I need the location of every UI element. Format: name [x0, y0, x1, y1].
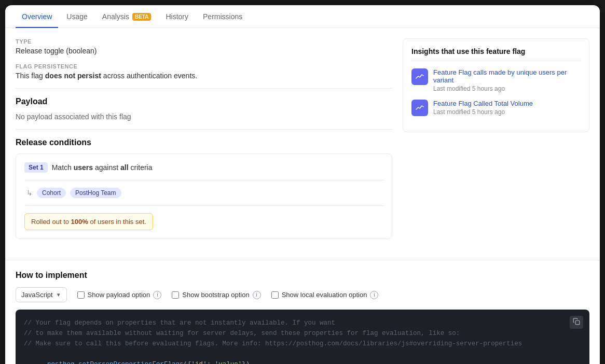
option-bootstrap-label: Show bootstrap option — [182, 291, 249, 299]
chevron-down-icon: ▼ — [56, 292, 61, 298]
right-panel: Insights that use this feature flag Feat… — [403, 38, 589, 249]
code-value: 'value' — [215, 361, 242, 364]
flag-persistence-text-before: This flag — [16, 72, 45, 80]
rollout-text-after: of users in this set. — [88, 218, 146, 226]
tag-cohort[interactable]: Cohort — [37, 188, 66, 198]
app-window: Overview Usage Analysis BETA History Per… — [5, 5, 600, 364]
svg-rect-0 — [575, 320, 580, 325]
criteria-text: Match users against all criteria — [52, 163, 153, 172]
tag-posthog-team[interactable]: PostHog Team — [70, 188, 121, 198]
option-bootstrap[interactable]: Show bootstrap option i — [172, 291, 260, 299]
set-badge: Set 1 — [24, 162, 48, 173]
criteria-bold2: all — [120, 163, 129, 172]
insight-link-1[interactable]: Feature Flag calls made by unique users … — [433, 68, 581, 84]
criteria-text-after: criteria — [129, 163, 153, 172]
copy-button[interactable] — [570, 316, 583, 329]
payload-checkbox[interactable] — [77, 291, 85, 299]
flag-persistence-label: FLAG PERSISTENCE — [16, 63, 392, 69]
code-method: setPersonPropertiesForFlags — [78, 361, 184, 364]
tab-analysis-label: Analysis — [102, 12, 129, 21]
implement-title: How to implement — [16, 271, 589, 280]
criteria-row: Set 1 Match users against all criteria — [24, 162, 383, 180]
option-local-eval[interactable]: Show local evaluation option i — [271, 291, 379, 299]
trend-icon-2 — [416, 104, 424, 112]
insight-meta-1: Last modified 5 hours ago — [433, 85, 581, 92]
tab-overview-label: Overview — [22, 12, 52, 21]
tab-permissions[interactable]: Permissions — [197, 5, 249, 28]
tab-usage[interactable]: Usage — [60, 5, 93, 28]
type-value: Release toggle (boolean) — [16, 47, 392, 55]
insight-info-1: Feature Flag calls made by unique users … — [433, 68, 581, 92]
type-label: TYPE — [16, 38, 392, 45]
tab-history-label: History — [166, 12, 188, 21]
criteria-text-before: Match — [52, 163, 74, 172]
code-key: id — [195, 361, 203, 364]
tab-analysis[interactable]: Analysis BETA — [96, 5, 158, 28]
flag-persistence-text-after: across authentication events. — [101, 72, 197, 80]
insight-icon-1 — [411, 68, 428, 85]
local-eval-checkbox[interactable] — [271, 291, 279, 299]
flag-persistence-value: This flag does not persist across authen… — [16, 72, 392, 80]
payload-title: Payload — [16, 97, 392, 106]
flag-persistence-bold: does not persist — [45, 72, 101, 80]
code-line-1: // Your flag depends on properties that … — [24, 318, 581, 328]
release-conditions-box: Set 1 Match users against all criteria ↳… — [16, 153, 392, 239]
left-panel: TYPE Release toggle (boolean) FLAG PERSI… — [16, 38, 392, 249]
bootstrap-checkbox[interactable] — [172, 291, 179, 299]
tab-history[interactable]: History — [159, 5, 195, 28]
criteria-text-mid: against — [93, 163, 120, 172]
option-local-eval-label: Show local evaluation option — [282, 291, 367, 299]
code-posthog: posthog — [47, 361, 75, 364]
indent-row: ↳ Cohort PostHog Team — [24, 188, 383, 206]
option-payload[interactable]: Show payload option i — [77, 291, 162, 299]
option-payload-label: Show payload option — [88, 291, 150, 299]
insight-link-2[interactable]: Feature Flag Called Total Volume — [433, 100, 533, 107]
insight-item-1: Feature Flag calls made by unique users … — [411, 68, 581, 92]
beta-badge: BETA — [132, 13, 151, 21]
indent-arrow-icon: ↳ — [26, 189, 33, 197]
code-line-2: // to make them available without waitin… — [24, 328, 581, 339]
insights-title: Insights that use this feature flag — [411, 47, 581, 61]
payload-description: No payload associated with this flag — [16, 113, 392, 121]
implement-options: JavaScript ▼ Show payload option i Show … — [16, 287, 589, 302]
insight-icon-2 — [411, 100, 428, 116]
trend-icon-1 — [416, 73, 424, 81]
insight-meta-2: Last modified 5 hours ago — [433, 108, 533, 116]
tab-bar: Overview Usage Analysis BETA History Per… — [5, 5, 600, 28]
lang-select[interactable]: JavaScript ▼ — [16, 287, 67, 302]
tab-overview[interactable]: Overview — [16, 5, 58, 28]
insights-panel: Insights that use this feature flag Feat… — [403, 38, 589, 132]
code-line-3: // Make sure to call this before evaluat… — [24, 339, 581, 349]
bootstrap-info-icon: i — [253, 291, 261, 299]
code-block: // Your flag depends on properties that … — [16, 310, 589, 364]
tab-usage-label: Usage — [66, 12, 87, 21]
divider-2 — [16, 129, 392, 130]
divider-1 — [16, 88, 392, 89]
implement-section: How to implement JavaScript ▼ Show paylo… — [5, 260, 600, 302]
rollout-notice: Rolled out to 100% of users in this set. — [24, 213, 153, 230]
rollout-text-before: Rolled out to — [31, 218, 71, 226]
code-line-4: posthog.setPersonPropertiesForFlags({'id… — [24, 349, 581, 364]
insight-info-2: Feature Flag Called Total Volume Last mo… — [433, 100, 533, 116]
release-conditions-title: Release conditions — [16, 138, 392, 147]
main-content: TYPE Release toggle (boolean) FLAG PERSI… — [5, 28, 600, 260]
criteria-bold1: users — [74, 163, 93, 172]
tab-permissions-label: Permissions — [203, 12, 242, 21]
rollout-bold: 100% — [71, 218, 88, 226]
payload-info-icon: i — [153, 291, 161, 299]
insight-item-2: Feature Flag Called Total Volume Last mo… — [411, 100, 581, 116]
local-eval-info-icon: i — [370, 291, 378, 299]
lang-label: JavaScript — [21, 291, 53, 299]
